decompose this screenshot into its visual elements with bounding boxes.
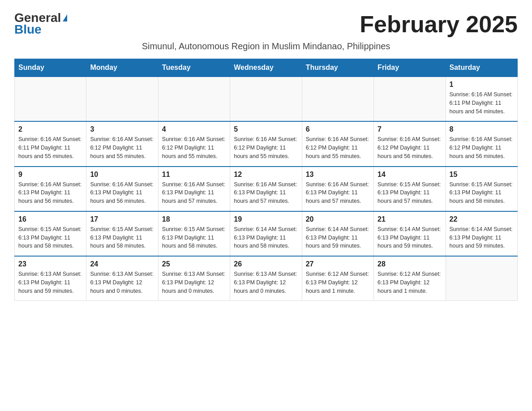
day-info: Sunrise: 6:16 AM Sunset: 6:12 PM Dayligh… [90,135,154,160]
weekday-header-wednesday: Wednesday [230,59,302,77]
calendar-cell: 23Sunrise: 6:13 AM Sunset: 6:13 PM Dayli… [15,256,86,301]
day-info: Sunrise: 6:15 AM Sunset: 6:13 PM Dayligh… [162,225,226,250]
calendar-week-row: 23Sunrise: 6:13 AM Sunset: 6:13 PM Dayli… [15,256,518,301]
calendar-week-row: 16Sunrise: 6:15 AM Sunset: 6:13 PM Dayli… [15,211,518,256]
calendar-cell: 6Sunrise: 6:16 AM Sunset: 6:12 PM Daylig… [302,121,373,166]
weekday-header-saturday: Saturday [446,59,517,77]
calendar-cell: 22Sunrise: 6:14 AM Sunset: 6:13 PM Dayli… [446,211,517,256]
day-number: 27 [306,260,370,268]
calendar-cell [374,77,446,121]
day-number: 14 [378,171,442,179]
calendar-cell [446,256,517,301]
calendar-cell: 18Sunrise: 6:15 AM Sunset: 6:13 PM Dayli… [158,211,230,256]
day-number: 1 [450,81,514,89]
calendar-cell: 10Sunrise: 6:16 AM Sunset: 6:13 PM Dayli… [86,167,158,211]
day-info: Sunrise: 6:16 AM Sunset: 6:12 PM Dayligh… [234,135,298,160]
calendar-cell: 1Sunrise: 6:16 AM Sunset: 6:11 PM Daylig… [446,77,517,121]
calendar-cell: 14Sunrise: 6:15 AM Sunset: 6:13 PM Dayli… [374,167,446,211]
day-info: Sunrise: 6:16 AM Sunset: 6:12 PM Dayligh… [450,135,514,160]
day-info: Sunrise: 6:14 AM Sunset: 6:13 PM Dayligh… [378,225,442,250]
calendar-cell: 13Sunrise: 6:16 AM Sunset: 6:13 PM Dayli… [302,167,373,211]
day-number: 18 [162,215,226,223]
logo: General Blue [14,11,67,37]
calendar-cell: 28Sunrise: 6:12 AM Sunset: 6:13 PM Dayli… [374,256,446,301]
day-info: Sunrise: 6:15 AM Sunset: 6:13 PM Dayligh… [450,180,514,206]
subtitle: Simunul, Autonomous Region in Muslim Min… [14,41,518,51]
day-info: Sunrise: 6:16 AM Sunset: 6:11 PM Dayligh… [450,90,514,116]
logo-triangle-icon [63,14,67,21]
calendar-cell: 26Sunrise: 6:13 AM Sunset: 6:13 PM Dayli… [230,256,302,301]
weekday-header-sunday: Sunday [15,59,86,77]
calendar-cell: 12Sunrise: 6:16 AM Sunset: 6:13 PM Dayli… [230,167,302,211]
day-number: 10 [90,171,154,179]
calendar-cell: 3Sunrise: 6:16 AM Sunset: 6:12 PM Daylig… [86,121,158,166]
day-info: Sunrise: 6:16 AM Sunset: 6:12 PM Dayligh… [378,135,442,160]
day-info: Sunrise: 6:16 AM Sunset: 6:13 PM Dayligh… [234,180,298,206]
day-info: Sunrise: 6:16 AM Sunset: 6:12 PM Dayligh… [306,135,370,160]
day-info: Sunrise: 6:12 AM Sunset: 6:13 PM Dayligh… [306,270,370,295]
day-number: 11 [162,171,226,179]
day-info: Sunrise: 6:14 AM Sunset: 6:13 PM Dayligh… [234,225,298,250]
day-info: Sunrise: 6:13 AM Sunset: 6:13 PM Dayligh… [90,270,154,295]
day-number: 4 [162,125,226,133]
day-info: Sunrise: 6:16 AM Sunset: 6:11 PM Dayligh… [18,135,82,160]
weekday-header-thursday: Thursday [302,59,373,77]
day-number: 25 [162,260,226,268]
weekday-header-tuesday: Tuesday [158,59,230,77]
calendar-cell: 7Sunrise: 6:16 AM Sunset: 6:12 PM Daylig… [374,121,446,166]
calendar-cell [15,77,86,121]
day-info: Sunrise: 6:16 AM Sunset: 6:13 PM Dayligh… [162,180,226,206]
day-number: 3 [90,125,154,133]
day-number: 24 [90,260,154,268]
day-number: 22 [450,215,514,223]
logo-blue: Blue [14,22,42,37]
calendar-cell [230,77,302,121]
calendar: SundayMondayTuesdayWednesdayThursdayFrid… [14,59,518,301]
calendar-cell: 21Sunrise: 6:14 AM Sunset: 6:13 PM Dayli… [374,211,446,256]
day-number: 23 [18,260,82,268]
day-number: 8 [450,125,514,133]
day-info: Sunrise: 6:13 AM Sunset: 6:13 PM Dayligh… [162,270,226,295]
day-number: 13 [306,171,370,179]
day-number: 5 [234,125,298,133]
day-number: 16 [18,215,82,223]
day-number: 6 [306,125,370,133]
calendar-cell: 17Sunrise: 6:15 AM Sunset: 6:13 PM Dayli… [86,211,158,256]
calendar-cell [86,77,158,121]
calendar-cell: 8Sunrise: 6:16 AM Sunset: 6:12 PM Daylig… [446,121,517,166]
day-number: 7 [378,125,442,133]
calendar-cell: 15Sunrise: 6:15 AM Sunset: 6:13 PM Dayli… [446,167,517,211]
calendar-cell: 24Sunrise: 6:13 AM Sunset: 6:13 PM Dayli… [86,256,158,301]
calendar-week-row: 9Sunrise: 6:16 AM Sunset: 6:13 PM Daylig… [15,167,518,211]
calendar-cell: 5Sunrise: 6:16 AM Sunset: 6:12 PM Daylig… [230,121,302,166]
day-number: 12 [234,171,298,179]
day-number: 20 [306,215,370,223]
day-info: Sunrise: 6:16 AM Sunset: 6:13 PM Dayligh… [306,180,370,206]
day-number: 15 [450,171,514,179]
day-number: 21 [378,215,442,223]
day-info: Sunrise: 6:16 AM Sunset: 6:13 PM Dayligh… [90,180,154,206]
calendar-week-row: 2Sunrise: 6:16 AM Sunset: 6:11 PM Daylig… [15,121,518,166]
day-number: 26 [234,260,298,268]
day-number: 2 [18,125,82,133]
weekday-header-row: SundayMondayTuesdayWednesdayThursdayFrid… [15,59,518,77]
calendar-cell: 27Sunrise: 6:12 AM Sunset: 6:13 PM Dayli… [302,256,373,301]
calendar-cell: 20Sunrise: 6:14 AM Sunset: 6:13 PM Dayli… [302,211,373,256]
calendar-cell [158,77,230,121]
calendar-cell: 2Sunrise: 6:16 AM Sunset: 6:11 PM Daylig… [15,121,86,166]
calendar-cell [302,77,373,121]
day-info: Sunrise: 6:16 AM Sunset: 6:13 PM Dayligh… [18,180,82,206]
day-info: Sunrise: 6:15 AM Sunset: 6:13 PM Dayligh… [378,180,442,206]
day-info: Sunrise: 6:12 AM Sunset: 6:13 PM Dayligh… [378,270,442,295]
calendar-cell: 4Sunrise: 6:16 AM Sunset: 6:12 PM Daylig… [158,121,230,166]
weekday-header-friday: Friday [374,59,446,77]
day-info: Sunrise: 6:13 AM Sunset: 6:13 PM Dayligh… [18,270,82,295]
calendar-cell: 9Sunrise: 6:16 AM Sunset: 6:13 PM Daylig… [15,167,86,211]
day-info: Sunrise: 6:15 AM Sunset: 6:13 PM Dayligh… [18,225,82,250]
day-info: Sunrise: 6:14 AM Sunset: 6:13 PM Dayligh… [450,225,514,250]
day-info: Sunrise: 6:16 AM Sunset: 6:12 PM Dayligh… [162,135,226,160]
day-info: Sunrise: 6:14 AM Sunset: 6:13 PM Dayligh… [306,225,370,250]
weekday-header-monday: Monday [86,59,158,77]
page-title: February 2025 [360,11,518,38]
day-number: 19 [234,215,298,223]
